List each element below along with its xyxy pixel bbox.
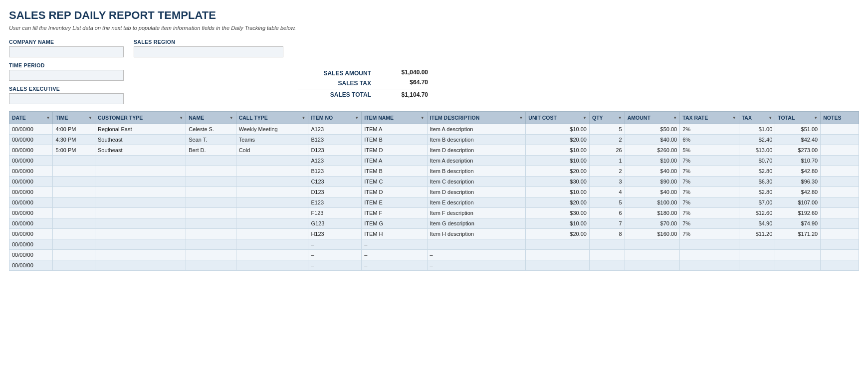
company-name-input[interactable] — [9, 46, 124, 57]
cell-item_no: G123 — [308, 218, 362, 229]
cell-item_no: B123 — [308, 135, 362, 145]
table-row: 00/00/00A123ITEM AItem A description$10.… — [9, 156, 859, 166]
table-row: 00/00/00C123ITEM CItem C description$30.… — [9, 177, 859, 187]
cell-amount: $10.00 — [625, 156, 680, 166]
cell-call_type — [236, 260, 308, 271]
cell-time — [53, 177, 95, 187]
col-date: DATE▼ — [9, 112, 53, 124]
cell-unit_cost: $10.00 — [526, 187, 590, 197]
cell-date: 00/00/00 — [9, 218, 53, 229]
sales-total-label: SALES TOTAL — [298, 89, 378, 98]
item-name-dropdown-icon[interactable]: ▼ — [421, 116, 425, 120]
item-no-dropdown-icon[interactable]: ▼ — [355, 116, 359, 120]
cell-unit_cost: $20.00 — [526, 135, 590, 145]
cell-tax: $7.00 — [739, 197, 775, 208]
cell-date: 00/00/00 — [9, 239, 53, 250]
subtitle: User can fill the Inventory List data on… — [9, 25, 859, 31]
cell-unit_cost: $20.00 — [526, 166, 590, 177]
cell-date: 00/00/00 — [9, 229, 53, 239]
table-row: 00/00/00––– — [9, 260, 859, 271]
cell-call_type — [236, 250, 308, 260]
cell-name — [186, 229, 236, 239]
cell-tax_rate: 7% — [680, 166, 739, 177]
cell-name — [186, 250, 236, 260]
col-tax-rate: TAX RATE▼ — [680, 112, 739, 124]
cell-item_description: Item D description — [427, 145, 526, 156]
cell-notes — [821, 177, 859, 187]
cell-time: 4:00 PM — [53, 124, 95, 135]
cell-item_no: – — [308, 239, 362, 250]
unit-cost-dropdown-icon[interactable]: ▼ — [583, 116, 587, 120]
cell-tax: $1.00 — [739, 124, 775, 135]
sales-executive-input[interactable] — [9, 93, 124, 104]
cell-notes — [821, 156, 859, 166]
item-desc-dropdown-icon[interactable]: ▼ — [519, 116, 523, 120]
cell-qty: 6 — [589, 208, 625, 218]
cell-call_type — [236, 197, 308, 208]
tax-rate-dropdown-icon[interactable]: ▼ — [732, 116, 736, 120]
cell-item_description: Item E description — [427, 197, 526, 208]
cell-notes — [821, 250, 859, 260]
cell-item_name: ITEM F — [362, 208, 427, 218]
cell-unit_cost: $10.00 — [526, 156, 590, 166]
time-dropdown-icon[interactable]: ▼ — [88, 116, 92, 120]
cell-total: $273.00 — [775, 145, 821, 156]
sales-tax-label: SALES TAX — [298, 79, 378, 87]
cell-item_description: Item G description — [427, 218, 526, 229]
tax-dropdown-icon[interactable]: ▼ — [768, 116, 772, 120]
cell-item_name: ITEM B — [362, 166, 427, 177]
cell-tax_rate: 7% — [680, 229, 739, 239]
cell-item_name: – — [362, 239, 427, 250]
cell-amount — [625, 239, 680, 250]
cell-customer_type — [95, 239, 186, 250]
cell-item_description: Item F description — [427, 208, 526, 218]
cell-tax: $13.00 — [739, 145, 775, 156]
call-type-dropdown-icon[interactable]: ▼ — [301, 116, 305, 120]
name-dropdown-icon[interactable]: ▼ — [229, 116, 233, 120]
cell-amount — [625, 250, 680, 260]
cell-unit_cost: $10.00 — [526, 124, 590, 135]
cell-time: 4:30 PM — [53, 135, 95, 145]
date-dropdown-icon[interactable]: ▼ — [46, 116, 50, 120]
table-row: 00/00/005:00 PMSoutheastBert D.ColdD123I… — [9, 145, 859, 156]
cell-item_description: Item C description — [427, 177, 526, 187]
cell-time: 5:00 PM — [53, 145, 95, 156]
total-dropdown-icon[interactable]: ▼ — [814, 116, 818, 120]
sales-region-input[interactable] — [134, 46, 283, 57]
daily-tracking-table: DATE▼ TIME▼ CUSTOMER TYPE▼ NAME▼ CALL TY… — [9, 111, 859, 271]
cell-date: 00/00/00 — [9, 187, 53, 197]
amount-dropdown-icon[interactable]: ▼ — [673, 116, 677, 120]
cell-notes — [821, 208, 859, 218]
time-period-input[interactable] — [9, 70, 124, 81]
cell-total: $51.00 — [775, 124, 821, 135]
cell-name — [186, 156, 236, 166]
cell-date: 00/00/00 — [9, 260, 53, 271]
cell-item_no: A123 — [308, 124, 362, 135]
cell-customer_type — [95, 229, 186, 239]
cell-date: 00/00/00 — [9, 135, 53, 145]
cell-customer_type: Southeast — [95, 135, 186, 145]
cell-total: $171.20 — [775, 229, 821, 239]
cell-name: Bert D. — [186, 145, 236, 156]
cell-call_type — [236, 156, 308, 166]
cell-qty: 3 — [589, 177, 625, 187]
cell-item_no: – — [308, 260, 362, 271]
cell-total: $42.40 — [775, 135, 821, 145]
col-item-description: ITEM DESCRIPTION▼ — [427, 112, 526, 124]
cell-qty: 7 — [589, 218, 625, 229]
cell-notes — [821, 187, 859, 197]
cell-tax — [739, 239, 775, 250]
col-amount: AMOUNT▼ — [625, 112, 680, 124]
table-row: 00/00/00H123ITEM HItem H description$20.… — [9, 229, 859, 239]
cell-item_no: D123 — [308, 145, 362, 156]
table-row: 00/00/00B123ITEM BItem B description$20.… — [9, 166, 859, 177]
cell-amount: $260.00 — [625, 145, 680, 156]
cell-customer_type: Regional East — [95, 124, 186, 135]
sales-tax-value: $64.70 — [378, 79, 428, 87]
cell-tax_rate: 7% — [680, 187, 739, 197]
customer-type-dropdown-icon[interactable]: ▼ — [179, 116, 183, 120]
cell-item_name: ITEM D — [362, 187, 427, 197]
cell-qty: 2 — [589, 166, 625, 177]
cell-time — [53, 166, 95, 177]
qty-dropdown-icon[interactable]: ▼ — [618, 116, 622, 120]
